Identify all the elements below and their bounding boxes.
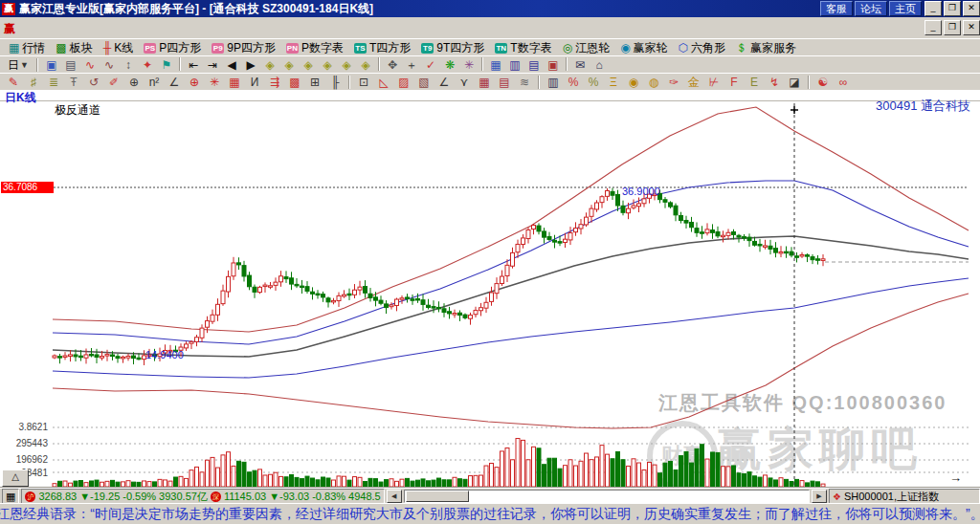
golden-band-icon[interactable]: ◍: [644, 75, 663, 90]
levels-tool-icon[interactable]: Ξ: [604, 75, 623, 90]
t-square-button[interactable]: TST四方形: [349, 40, 415, 55]
annotate-icon[interactable]: ✑: [664, 75, 683, 90]
zoom-diamond-1-icon[interactable]: ◈: [260, 57, 279, 73]
shade-square-icon[interactable]: ◪: [785, 75, 804, 90]
ruled-grid-icon[interactable]: ▤: [495, 75, 514, 90]
golden-circle-icon[interactable]: ◉: [624, 75, 643, 90]
brush-icon[interactable]: ✳: [459, 57, 479, 73]
menu-trade[interactable]: [160, 26, 177, 30]
angle-icon[interactable]: ∠: [165, 75, 184, 90]
circle-grid-icon[interactable]: ⊕: [124, 75, 144, 90]
chart-pane[interactable]: 江恩工具软件 QQ:100800360 财赢 赢家聊吧 日K线 极反通道 300…: [0, 90, 980, 488]
gann-fan-icon[interactable]: ◺: [374, 75, 393, 90]
price-grid-icon[interactable]: ♯: [24, 75, 43, 90]
9p-square-button[interactable]: P99P四方形: [207, 40, 280, 55]
minimize-button[interactable]: _: [924, 1, 942, 16]
n2-grid-icon[interactable]: n²: [145, 75, 164, 90]
horizontal-scrollbar[interactable]: [404, 490, 810, 503]
gann-wheel-button[interactable]: ◎江恩轮: [558, 40, 614, 55]
expand-panel-button[interactable]: △: [2, 469, 29, 487]
restore-view-icon[interactable]: ✦: [138, 57, 157, 73]
waves-icon[interactable]: ≋: [515, 75, 534, 90]
web-icon[interactable]: ❋: [440, 57, 459, 73]
next-bar-icon[interactable]: ▶: [241, 57, 260, 73]
pen-tool-icon[interactable]: ✎: [4, 75, 23, 90]
calendar-icon[interactable]: ▦: [486, 57, 505, 73]
menu-settings[interactable]: [108, 26, 125, 30]
angle-line-icon[interactable]: ∠: [434, 75, 454, 90]
dense-grid-icon[interactable]: ▩: [285, 75, 304, 90]
zoom-diamond-4-icon[interactable]: ◈: [318, 57, 337, 73]
calculator-icon[interactable]: ▥: [505, 57, 524, 73]
info-panel-icon[interactable]: ▤: [61, 57, 80, 73]
golden-section-icon[interactable]: 金: [684, 75, 703, 90]
window-grid-icon[interactable]: ⊞: [305, 75, 324, 90]
mail-icon[interactable]: ✉: [570, 57, 590, 73]
titlebar-link-support[interactable]: 客服: [820, 1, 853, 16]
red-grid-icon[interactable]: ▦: [475, 75, 494, 90]
v-line-icon[interactable]: ⋎: [455, 75, 474, 90]
menu-file[interactable]: [22, 26, 39, 30]
quotes-button[interactable]: ▦行情: [4, 40, 50, 55]
trend-small-icon[interactable]: ∿: [80, 57, 100, 73]
bolt-icon[interactable]: ↯: [765, 75, 784, 90]
hexagon-button[interactable]: ⬡六角形: [674, 40, 730, 55]
percent2-tool-icon[interactable]: %: [584, 75, 603, 90]
percent-tool-icon[interactable]: %: [564, 75, 583, 90]
child-minimize-button[interactable]: _: [924, 20, 942, 35]
first-page-icon[interactable]: ⇤: [184, 57, 203, 73]
crosshair-icon[interactable]: ＋: [402, 57, 421, 73]
child-restore-button[interactable]: ❐: [944, 20, 961, 35]
star-tool-icon[interactable]: ✳: [205, 75, 224, 90]
arrows-icon[interactable]: ⇶: [265, 75, 284, 90]
candle-tool-icon[interactable]: ↕: [119, 57, 138, 73]
menu-tools[interactable]: [125, 26, 143, 30]
notes-icon[interactable]: ▤: [524, 57, 544, 73]
elliott-icon[interactable]: E: [745, 75, 764, 90]
menu-help[interactable]: [177, 26, 194, 30]
yinyang-icon[interactable]: ☯: [813, 75, 833, 90]
kline-button[interactable]: ╫K线: [99, 40, 139, 55]
titlebar-link-home[interactable]: 主页: [889, 1, 922, 16]
period-dropdown[interactable]: 日 ▼: [4, 57, 33, 73]
p-square-button[interactable]: PSP四方形: [139, 40, 206, 55]
titlebar-link-forum[interactable]: 论坛: [855, 1, 887, 16]
chart-frame-icon[interactable]: ▣: [42, 57, 61, 73]
infinity-icon[interactable]: ∞: [834, 75, 853, 90]
bars-icon[interactable]: ╟: [325, 75, 345, 90]
scrollbar-left-button[interactable]: ◀: [387, 490, 402, 503]
t-table-button[interactable]: TNT数字表: [490, 40, 556, 55]
resistance-icon[interactable]: ⊬: [704, 75, 724, 90]
save-icon[interactable]: ▣: [544, 57, 563, 73]
zoom-diamond-6-icon[interactable]: ◈: [356, 57, 375, 73]
zoom-diamond-3-icon[interactable]: ◈: [299, 57, 318, 73]
9t-square-button[interactable]: T99T四方形: [416, 40, 489, 55]
menu-window[interactable]: [143, 26, 160, 30]
pan-hand-icon[interactable]: ✥: [383, 57, 402, 73]
trend-large-icon[interactable]: ∿: [100, 57, 119, 73]
menu-news[interactable]: [56, 26, 74, 30]
flag-icon[interactable]: ⚑: [157, 57, 176, 73]
sectors-button[interactable]: ▩板块: [51, 40, 97, 55]
p-table-button[interactable]: PNP数字表: [281, 40, 348, 55]
current-index-panel[interactable]: ❖ SH000001,上证指数: [829, 489, 980, 504]
menu-stock-picker[interactable]: [91, 26, 108, 30]
scroll-right-icon[interactable]: →: [949, 470, 962, 485]
menu-browse[interactable]: [39, 26, 56, 30]
target-icon[interactable]: ⊕: [185, 75, 204, 90]
k-mark-icon[interactable]: И: [245, 75, 264, 90]
scrollbar-right-button[interactable]: ▶: [812, 490, 827, 503]
scrollbar-thumb[interactable]: [406, 491, 469, 502]
close-button[interactable]: ✕: [963, 1, 980, 16]
winner-service-button[interactable]: ＄赢家服务: [731, 40, 801, 55]
candlestick-chart[interactable]: [0, 90, 980, 488]
arrow-pen-icon[interactable]: ✐: [104, 75, 123, 90]
grid-button[interactable]: ▦: [2, 489, 19, 504]
restore-button[interactable]: ❐: [944, 1, 961, 16]
winner-wheel-button[interactable]: ◉赢家轮: [615, 40, 672, 55]
computer-icon[interactable]: ⌂: [590, 57, 609, 73]
grid-square-icon[interactable]: ▦: [225, 75, 244, 90]
fib-icon[interactable]: F: [724, 75, 744, 90]
prev-bar-icon[interactable]: ◀: [222, 57, 241, 73]
shade-ne-icon[interactable]: ▨: [394, 75, 413, 90]
